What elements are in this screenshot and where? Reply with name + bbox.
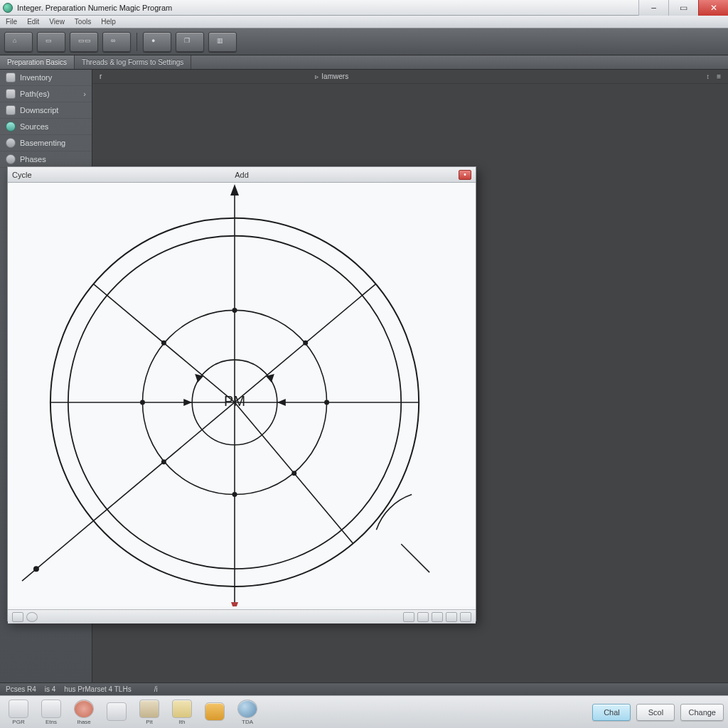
sidebar-item-pathes[interactable]: Path(es) › xyxy=(0,86,92,102)
info-strip: Pcses R4 is 4 hus PrMarset 4 TLHs /i xyxy=(0,682,728,695)
panel-icon: ▥ xyxy=(217,37,228,47)
diagram-canvas[interactable]: PM xyxy=(8,183,476,606)
caret-right-icon: › xyxy=(83,90,86,98)
orb-icon xyxy=(6,122,16,132)
info-mark: /i xyxy=(154,685,158,693)
tool-link[interactable]: ∞ xyxy=(102,32,131,52)
diag-status-btn-d[interactable] xyxy=(446,612,457,622)
sidebar-item-label: Phases xyxy=(20,155,46,164)
menu-help[interactable]: Help xyxy=(101,18,116,26)
svg-point-7 xyxy=(324,400,329,405)
diagram-title-center: Add xyxy=(8,171,476,179)
disk-icon xyxy=(6,105,16,115)
minimize-button[interactable]: – xyxy=(638,0,668,16)
tool-screen[interactable]: ▭ xyxy=(37,32,65,52)
diagram-statusbar xyxy=(8,609,476,623)
taskbar-item-7[interactable]: TDA xyxy=(233,700,262,725)
screen-icon: ▭ xyxy=(46,37,57,47)
home-icon: ⌂ xyxy=(13,37,24,47)
close-button[interactable]: ✕ xyxy=(698,0,728,16)
svg-point-6 xyxy=(232,492,237,497)
menu-icon[interactable]: ≡ xyxy=(717,73,721,80)
diag-status-btn-1[interactable] xyxy=(12,612,23,622)
svg-marker-15 xyxy=(183,399,192,406)
svg-point-11 xyxy=(291,471,296,476)
window-title: Integer. Preparation Numeric Magic Progr… xyxy=(17,4,172,12)
taskbar-item-3[interactable] xyxy=(102,702,131,722)
sort-icon[interactable]: ↕ xyxy=(706,73,710,80)
maximize-button[interactable]: ▭ xyxy=(668,0,698,16)
diag-status-btn-e[interactable] xyxy=(460,612,471,622)
sidebar-item-downscript[interactable]: Downscript xyxy=(0,102,92,119)
sidebar-item-label: Basementing xyxy=(20,139,65,147)
taskbar-item-label: PGR xyxy=(12,719,24,725)
app-icon-1 xyxy=(41,700,61,718)
sidebar-item-inventory[interactable]: Inventory xyxy=(0,70,92,86)
diag-status-btn-c[interactable] xyxy=(432,612,443,622)
tab-strip: Preparation Basics Threads & log Forms t… xyxy=(0,55,728,70)
gear-icon xyxy=(6,138,16,148)
toolbar-separator xyxy=(136,33,137,51)
window-titlebar: Integer. Preparation Numeric Magic Progr… xyxy=(0,0,728,16)
sidebar-item-phases[interactable]: Phases xyxy=(0,151,92,168)
taskbar-item-label: Pit xyxy=(146,719,152,725)
taskbar-item-label: Ith xyxy=(179,719,186,725)
workspace: r ▹ Iamwers ↕ ≡ Cycle Add • xyxy=(92,70,728,682)
bookmark-icon: ▹ xyxy=(315,73,318,80)
sidebar-item-label: Downscript xyxy=(20,106,58,114)
box-icon xyxy=(6,73,16,82)
link-icon: ∞ xyxy=(111,37,122,47)
sidebar-item-label: Sources xyxy=(20,122,48,131)
tab-preparation-basics[interactable]: Preparation Basics xyxy=(0,55,75,69)
taskbar-item-6[interactable] xyxy=(200,702,229,722)
window-icon: ❐ xyxy=(184,37,196,47)
sidebar-item-basementing[interactable]: Basementing xyxy=(0,135,92,151)
app-icon-7 xyxy=(237,700,257,718)
diagram-center-label: PM xyxy=(224,393,245,409)
menu-edit[interactable]: Edit xyxy=(27,18,39,26)
svg-point-8 xyxy=(140,400,145,405)
arrow-up-icon xyxy=(230,184,239,196)
diag-status-btn-2[interactable] xyxy=(26,612,38,622)
workspace-header: r ▹ Iamwers ↕ ≡ xyxy=(92,70,728,84)
diag-status-btn-a[interactable] xyxy=(403,612,414,622)
diag-status-btn-b[interactable] xyxy=(417,612,429,622)
taskbar-item-4[interactable]: Pit xyxy=(135,700,164,725)
window-buttons: – ▭ ✕ xyxy=(638,0,728,16)
taskbar-item-label: Ihase xyxy=(77,719,91,725)
sidebar-item-sources[interactable]: Sources xyxy=(0,119,92,135)
tool-home[interactable]: ⌂ xyxy=(4,32,33,52)
menu-view[interactable]: View xyxy=(49,18,65,26)
workspace-header-label: Iamwers xyxy=(321,73,348,80)
taskbar-item-2[interactable]: Ihase xyxy=(70,700,98,725)
taskbar: PGR Etns Ihase Pit Ith TDA Chal Scol Cha… xyxy=(0,695,728,728)
ring-icon xyxy=(6,154,16,164)
taskbar-actions: Chal Scol Change xyxy=(592,704,724,721)
button-scol[interactable]: Scol xyxy=(636,704,675,721)
sidebar-item-label: Inventory xyxy=(20,73,52,82)
app-icon-3 xyxy=(107,702,127,721)
tool-screens[interactable]: ▭▭ xyxy=(70,32,98,52)
tool-panel[interactable]: ▥ xyxy=(208,32,237,52)
menu-tools[interactable]: Tools xyxy=(75,18,91,26)
tool-record[interactable]: ● xyxy=(143,32,171,52)
diagram-close-button[interactable]: • xyxy=(459,170,471,180)
svg-point-13 xyxy=(33,566,39,572)
info-mid1: is 4 xyxy=(45,685,56,693)
sidebar-item-label: Path(es) xyxy=(20,90,50,98)
menu-file[interactable]: File xyxy=(6,18,17,26)
svg-point-5 xyxy=(232,308,237,313)
taskbar-item-0[interactable]: PGR xyxy=(4,700,33,725)
svg-point-10 xyxy=(161,341,166,346)
button-change[interactable]: Change xyxy=(680,704,724,721)
record-icon: ● xyxy=(151,37,163,47)
taskbar-item-1[interactable]: Etns xyxy=(37,700,65,725)
tool-window[interactable]: ❐ xyxy=(176,32,204,52)
svg-point-9 xyxy=(303,341,308,346)
button-chal[interactable]: Chal xyxy=(592,704,631,721)
app-icon-5 xyxy=(172,700,192,718)
workspace-header-mark: r xyxy=(100,73,102,80)
tab-threads-settings[interactable]: Threads & log Forms to Settings xyxy=(75,55,191,69)
taskbar-item-5[interactable]: Ith xyxy=(168,700,196,725)
diagram-titlebar[interactable]: Cycle Add • xyxy=(8,167,476,183)
